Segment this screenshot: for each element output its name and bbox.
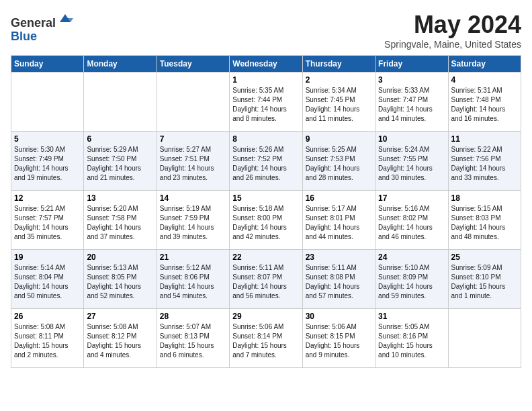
day-content: Sunrise: 5:19 AM Sunset: 7:59 PM Dayligh… — [160, 204, 226, 242]
calendar-cell: 6Sunrise: 5:29 AM Sunset: 7:50 PM Daylig… — [84, 132, 157, 191]
calendar-cell: 29Sunrise: 5:06 AM Sunset: 8:14 PM Dayli… — [230, 309, 302, 368]
day-number: 2 — [306, 75, 372, 85]
day-number: 5 — [14, 134, 81, 144]
day-number: 18 — [451, 193, 518, 203]
day-content: Sunrise: 5:15 AM Sunset: 8:03 PM Dayligh… — [451, 204, 518, 242]
day-content: Sunrise: 5:35 AM Sunset: 7:44 PM Dayligh… — [232, 86, 299, 124]
day-content: Sunrise: 5:20 AM Sunset: 7:58 PM Dayligh… — [87, 204, 153, 242]
calendar-cell: 7Sunrise: 5:27 AM Sunset: 7:51 PM Daylig… — [157, 132, 229, 191]
page-header: General Blue May 2024 Springvale, Maine,… — [11, 11, 521, 50]
day-content: Sunrise: 5:05 AM Sunset: 8:16 PM Dayligh… — [378, 322, 445, 360]
calendar-cell: 17Sunrise: 5:16 AM Sunset: 8:02 PM Dayli… — [375, 191, 448, 250]
day-content: Sunrise: 5:22 AM Sunset: 7:56 PM Dayligh… — [451, 145, 518, 183]
calendar-cell: 13Sunrise: 5:20 AM Sunset: 7:58 PM Dayli… — [84, 191, 157, 250]
logo-icon — [57, 11, 73, 27]
day-content: Sunrise: 5:27 AM Sunset: 7:51 PM Dayligh… — [160, 145, 226, 183]
calendar-cell: 10Sunrise: 5:24 AM Sunset: 7:55 PM Dayli… — [375, 132, 448, 191]
calendar-cell: 28Sunrise: 5:07 AM Sunset: 8:13 PM Dayli… — [157, 309, 229, 368]
calendar-cell: 30Sunrise: 5:06 AM Sunset: 8:15 PM Dayli… — [302, 309, 375, 368]
day-content: Sunrise: 5:25 AM Sunset: 7:53 PM Dayligh… — [306, 145, 372, 183]
day-content: Sunrise: 5:07 AM Sunset: 8:13 PM Dayligh… — [160, 322, 226, 360]
day-number: 12 — [14, 193, 81, 203]
calendar-week-row: 19Sunrise: 5:14 AM Sunset: 8:04 PM Dayli… — [11, 250, 521, 309]
calendar-cell: 15Sunrise: 5:18 AM Sunset: 8:00 PM Dayli… — [230, 191, 302, 250]
calendar-cell: 16Sunrise: 5:17 AM Sunset: 8:01 PM Dayli… — [302, 191, 375, 250]
day-content: Sunrise: 5:08 AM Sunset: 8:12 PM Dayligh… — [87, 322, 153, 360]
day-number: 16 — [306, 193, 372, 203]
calendar-week-row: 1Sunrise: 5:35 AM Sunset: 7:44 PM Daylig… — [11, 73, 521, 132]
day-content: Sunrise: 5:34 AM Sunset: 7:45 PM Dayligh… — [306, 86, 372, 124]
calendar-cell: 27Sunrise: 5:08 AM Sunset: 8:12 PM Dayli… — [84, 309, 157, 368]
day-number: 22 — [232, 253, 299, 262]
day-number: 6 — [87, 134, 153, 144]
day-number: 24 — [378, 253, 445, 262]
calendar-cell: 18Sunrise: 5:15 AM Sunset: 8:03 PM Dayli… — [448, 191, 521, 250]
day-number: 9 — [306, 134, 372, 144]
weekday-header: Monday — [84, 56, 157, 73]
day-content: Sunrise: 5:33 AM Sunset: 7:47 PM Dayligh… — [378, 86, 445, 124]
day-number: 4 — [451, 75, 518, 85]
calendar-cell: 24Sunrise: 5:10 AM Sunset: 8:09 PM Dayli… — [375, 250, 448, 309]
day-number: 1 — [232, 75, 299, 85]
day-content: Sunrise: 5:17 AM Sunset: 8:01 PM Dayligh… — [306, 204, 372, 242]
day-number: 10 — [378, 134, 445, 144]
day-content: Sunrise: 5:30 AM Sunset: 7:49 PM Dayligh… — [14, 145, 81, 183]
calendar-cell: 2Sunrise: 5:34 AM Sunset: 7:45 PM Daylig… — [302, 73, 375, 132]
day-content: Sunrise: 5:06 AM Sunset: 8:14 PM Dayligh… — [232, 322, 299, 360]
day-number: 14 — [160, 193, 226, 203]
day-number: 31 — [378, 312, 445, 321]
calendar-cell: 4Sunrise: 5:31 AM Sunset: 7:48 PM Daylig… — [448, 73, 521, 132]
calendar-cell: 23Sunrise: 5:11 AM Sunset: 8:08 PM Dayli… — [302, 250, 375, 309]
location: Springvale, Maine, United States — [384, 39, 521, 50]
calendar-cell: 31Sunrise: 5:05 AM Sunset: 8:16 PM Dayli… — [375, 309, 448, 368]
day-number: 27 — [87, 312, 153, 321]
day-content: Sunrise: 5:26 AM Sunset: 7:52 PM Dayligh… — [232, 145, 299, 183]
day-number: 17 — [378, 193, 445, 203]
day-content: Sunrise: 5:09 AM Sunset: 8:10 PM Dayligh… — [451, 263, 518, 301]
day-content: Sunrise: 5:18 AM Sunset: 8:00 PM Dayligh… — [232, 204, 299, 242]
day-number: 26 — [14, 312, 81, 321]
calendar-cell: 22Sunrise: 5:11 AM Sunset: 8:07 PM Dayli… — [230, 250, 302, 309]
calendar-cell: 5Sunrise: 5:30 AM Sunset: 7:49 PM Daylig… — [11, 132, 84, 191]
calendar-cell — [448, 309, 521, 368]
month-title: May 2024 — [384, 11, 521, 39]
calendar-cell — [11, 73, 84, 132]
day-content: Sunrise: 5:06 AM Sunset: 8:15 PM Dayligh… — [306, 322, 372, 360]
day-content: Sunrise: 5:12 AM Sunset: 8:06 PM Dayligh… — [160, 263, 226, 301]
day-number: 8 — [232, 134, 299, 144]
day-number: 28 — [160, 312, 226, 321]
calendar-cell: 9Sunrise: 5:25 AM Sunset: 7:53 PM Daylig… — [302, 132, 375, 191]
calendar-cell — [84, 73, 157, 132]
day-number: 3 — [378, 75, 445, 85]
calendar-cell: 14Sunrise: 5:19 AM Sunset: 7:59 PM Dayli… — [157, 191, 229, 250]
weekday-header: Wednesday — [230, 56, 302, 73]
logo-blue: Blue — [11, 30, 37, 43]
day-number: 30 — [306, 312, 372, 321]
title-block: May 2024 Springvale, Maine, United State… — [384, 11, 521, 50]
calendar-cell: 26Sunrise: 5:08 AM Sunset: 8:11 PM Dayli… — [11, 309, 84, 368]
calendar-week-row: 12Sunrise: 5:21 AM Sunset: 7:57 PM Dayli… — [11, 191, 521, 250]
calendar-cell: 8Sunrise: 5:26 AM Sunset: 7:52 PM Daylig… — [230, 132, 302, 191]
weekday-header: Friday — [375, 56, 448, 73]
weekday-header: Thursday — [302, 56, 375, 73]
weekday-header-row: SundayMondayTuesdayWednesdayThursdayFrid… — [11, 56, 521, 73]
calendar-cell: 21Sunrise: 5:12 AM Sunset: 8:06 PM Dayli… — [157, 250, 229, 309]
day-content: Sunrise: 5:21 AM Sunset: 7:57 PM Dayligh… — [14, 204, 81, 242]
logo: General Blue — [11, 11, 73, 44]
calendar-table: SundayMondayTuesdayWednesdayThursdayFrid… — [11, 55, 521, 368]
day-content: Sunrise: 5:24 AM Sunset: 7:55 PM Dayligh… — [378, 145, 445, 183]
day-number: 29 — [232, 312, 299, 321]
day-content: Sunrise: 5:31 AM Sunset: 7:48 PM Dayligh… — [451, 86, 518, 124]
day-number: 7 — [160, 134, 226, 144]
calendar-cell: 20Sunrise: 5:13 AM Sunset: 8:05 PM Dayli… — [84, 250, 157, 309]
day-content: Sunrise: 5:11 AM Sunset: 8:08 PM Dayligh… — [306, 263, 372, 301]
day-number: 21 — [160, 253, 226, 262]
day-content: Sunrise: 5:08 AM Sunset: 8:11 PM Dayligh… — [14, 322, 81, 360]
logo-general: General — [11, 16, 56, 30]
day-content: Sunrise: 5:29 AM Sunset: 7:50 PM Dayligh… — [87, 145, 153, 183]
weekday-header: Sunday — [11, 56, 84, 73]
calendar-cell: 1Sunrise: 5:35 AM Sunset: 7:44 PM Daylig… — [230, 73, 302, 132]
day-number: 20 — [87, 253, 153, 262]
calendar-cell: 25Sunrise: 5:09 AM Sunset: 8:10 PM Dayli… — [448, 250, 521, 309]
weekday-header: Tuesday — [157, 56, 229, 73]
